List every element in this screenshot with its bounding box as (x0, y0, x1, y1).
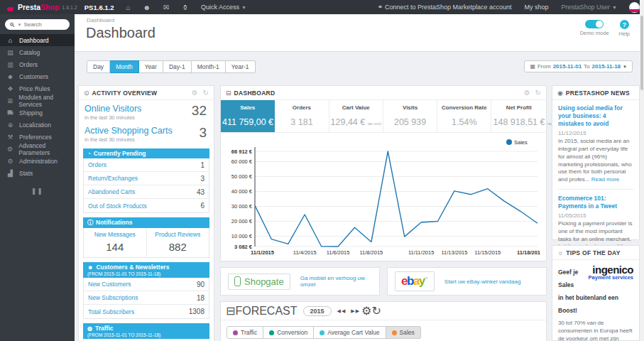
gear-icon[interactable]: ⚙ (361, 305, 371, 317)
pending-orders-link[interactable]: Orders (88, 161, 107, 168)
customers-icon: ☻ (6, 73, 14, 80)
tab-year[interactable]: Year (139, 60, 163, 73)
employee-icon[interactable]: ☻ (137, 4, 158, 11)
sidebar-item-dashboard[interactable]: ⌂Dashboard (0, 34, 75, 46)
divider (558, 189, 633, 190)
trophy-icon[interactable]: ⚱ (175, 4, 194, 11)
demo-mode-toggle[interactable] (585, 20, 604, 28)
sidebar-item-stats[interactable]: ▟Stats (0, 167, 75, 179)
sidebar-item-preferences[interactable]: ⚒Preferences (0, 131, 75, 143)
shopgate-ad-link[interactable]: Ga mobiel en verhoog uw omzet (300, 275, 372, 288)
topbar: PrestaShop 1.6.1.2 PS1.6.1.2 ⌂ ☻ ✉ ⚱ Qui… (0, 0, 644, 14)
forecast-traffic-button[interactable]: Traffic (227, 326, 263, 339)
forecast-year-button[interactable]: 2015 (303, 306, 332, 316)
tab-day-1[interactable]: Day-1 (163, 60, 192, 73)
forecast-avg-cart-value-button[interactable]: Average Cart Value (314, 326, 386, 339)
help-icon[interactable]: ? (620, 20, 629, 29)
sidebar-item-label: Stats (19, 170, 33, 177)
traffic-header: ◍Traffic (FROM 2015-11-01 TO 2015-11-18) (83, 323, 209, 339)
tab-month-1[interactable]: Month-1 (192, 60, 226, 73)
new-messages-cell[interactable]: New Messages 144 (84, 228, 146, 257)
pending-returns-link[interactable]: Return/Exchanges (88, 175, 138, 182)
refresh-icon[interactable]: ↻ (203, 89, 209, 97)
my-shop-link[interactable]: My shop (518, 4, 555, 11)
read-more-link[interactable]: Read more (591, 176, 620, 183)
kpi-visits[interactable]: Visits 205 939 (383, 100, 437, 132)
sidebar-item-orders[interactable]: ▥Orders (0, 58, 75, 70)
active-carts-link[interactable]: Active Shopping Carts (84, 126, 208, 136)
refresh-icon[interactable]: ↻ (535, 89, 541, 97)
next-year-button[interactable]: ▶▶ (349, 307, 361, 315)
kpi-label: Net Profit (493, 104, 544, 111)
ebay-ad[interactable]: ebay™ Start uw eBay-winkel vandaag (387, 267, 547, 296)
kpi-orders[interactable]: Orders 3 181 (275, 100, 329, 132)
vertical-scrollbar[interactable] (640, 0, 644, 341)
kpi-note: tax excl. (368, 121, 382, 126)
sidebar-collapse-button[interactable]: ❚❚ (0, 188, 75, 195)
refresh-icon[interactable]: ↻ (371, 305, 381, 317)
breadcrumb[interactable]: Dashboard (87, 17, 114, 23)
forecast-sales-button[interactable]: Sales (386, 326, 421, 339)
user-avatar[interactable] (629, 2, 640, 13)
kpi-row: Sales 411 759,00 € tax excl. Orders 3 18… (221, 100, 546, 133)
messages-icon[interactable]: ✉ (157, 4, 175, 11)
kpi-net-profit[interactable]: Net Profit 148 918,51 € tax excl. (491, 100, 545, 132)
kpi-cart-value[interactable]: Cart Value 129,44 € tax excl. (329, 100, 383, 132)
marketplace-link[interactable]: ⚭ Connect to PrestaShop Marketplace acco… (371, 4, 518, 11)
notifications-cells: New Messages 144 Product Reviews 882 (83, 228, 209, 258)
sidebar-item-administration[interactable]: ⚙Administration (0, 155, 75, 167)
orders-icon: ▥ (6, 61, 14, 68)
ebay-wordmark: ebay™ (401, 274, 428, 288)
kpi-sales[interactable]: Sales 411 759,00 € tax excl. (221, 100, 275, 132)
shopgate-ad[interactable]: Shopgate Ga mobiel en verhoog uw omzet (220, 267, 380, 296)
abandoned-carts-link[interactable]: Abandoned Carts (88, 188, 135, 195)
abandoned-carts-value: 43 (197, 188, 204, 196)
search-scope-caret-icon[interactable]: ▼ (18, 23, 22, 27)
quick-access-menu[interactable]: Quick Access▼ (195, 4, 253, 11)
new-subscriptions-link[interactable]: New Subscriptions (88, 294, 138, 301)
dashboard-panel-title: DASHBOARD (234, 90, 275, 97)
forecast-conversion-button[interactable]: Conversion (263, 326, 314, 339)
new-customers-link[interactable]: New Customers (88, 281, 131, 288)
gear-icon[interactable]: ⚙ (192, 89, 198, 97)
prestashop-admin: PrestaShop 1.6.1.2 PS1.6.1.2 ⌂ ☻ ✉ ⚱ Qui… (0, 0, 644, 341)
table-row: Abandoned Carts43 (84, 185, 209, 199)
date-range-picker[interactable]: ▦ From 2015-11-01 To 2015-11-18 ▼ (524, 60, 633, 72)
sidebar-item-advanced-parameters[interactable]: ⚙Advanced Parameters (0, 143, 75, 155)
sidebar-item-customers[interactable]: ☻Customers (0, 70, 75, 82)
online-visitors-link[interactable]: Online Visitors (84, 104, 208, 114)
active-shopping-carts: Active Shopping Carts in the last 30 min… (79, 122, 214, 144)
scrollbar-thumb[interactable] (640, 16, 643, 90)
pending-returns-value: 3 (200, 175, 204, 183)
sidebar-item-catalog[interactable]: ▤Catalog (0, 46, 75, 58)
sidebar-item-label: Localization (19, 121, 51, 129)
tab-day[interactable]: Day (87, 60, 110, 73)
previous-year-button[interactable]: ◀◀ (336, 307, 348, 315)
sidebar-item-modules[interactable]: ⊞Modules and Services (0, 94, 75, 107)
tab-month[interactable]: Month (110, 60, 139, 73)
ebay-ad-link[interactable]: Start uw eBay-winkel vandaag (444, 278, 521, 285)
kpi-conversion-rate[interactable]: Conversion Rate 1.54% (437, 100, 491, 132)
sales-chart-svg: 66 912 €60 000 €50 000 €40 000 €30 000 €… (222, 136, 543, 262)
total-subscribers-link[interactable]: Total Subscribers (88, 308, 134, 315)
search-input[interactable] (23, 21, 65, 28)
svg-text:40 000 €: 40 000 € (231, 188, 253, 195)
sidebar-search[interactable]: 🔍︎ ▼ (5, 19, 70, 30)
news-article-excerpt: In 2015, social media are an integral pa… (558, 138, 633, 184)
news-article-title-link[interactable]: Ecommerce 101: Payments in a Tweet (558, 195, 633, 210)
kpi-value: 1.54% (452, 117, 476, 127)
sidebar-item-price-rules[interactable]: ❖Price Rules (0, 82, 75, 94)
new-messages-label: New Messages (84, 231, 146, 238)
prestashop-logo-icon (6, 3, 15, 12)
out-of-stock-link[interactable]: Out of Stock Products (88, 202, 147, 210)
news-article-title-link[interactable]: Using social media for your business: 4 … (558, 104, 633, 128)
gear-icon[interactable]: ⚙ (524, 89, 530, 97)
product-reviews-cell[interactable]: Product Reviews 882 (146, 228, 209, 257)
sidebar-item-localization[interactable]: ⊕Localization (0, 119, 75, 131)
user-menu[interactable]: PrestaShop User▼ (555, 4, 623, 11)
prestashop-logo[interactable]: PrestaShop 1.6.1.2 PS1.6.1.2 (0, 3, 120, 12)
tab-year-1[interactable]: Year-1 (226, 60, 256, 73)
sidebar-item-shipping[interactable]: ⛟Shipping (0, 107, 75, 119)
search-icon: 🔍︎ (9, 21, 16, 28)
shop-icon[interactable]: ⌂ (120, 4, 137, 11)
